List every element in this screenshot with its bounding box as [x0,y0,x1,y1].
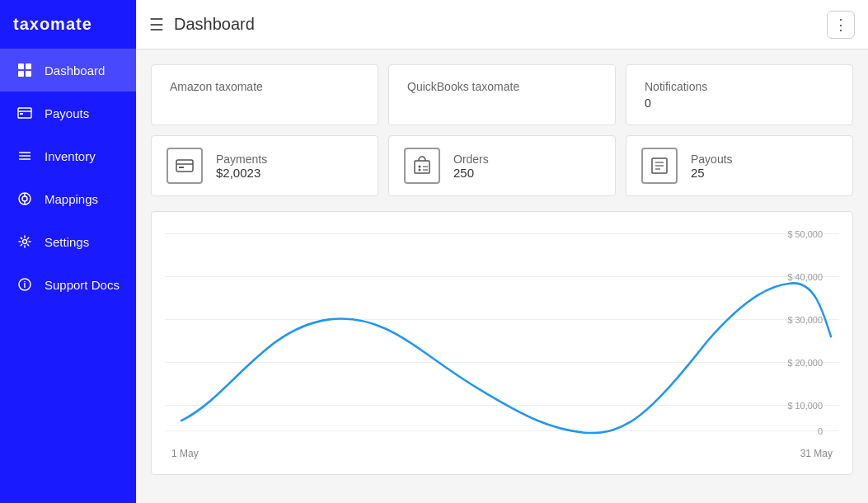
dashboard-icon [16,62,33,78]
payouts-icon [641,148,678,184]
svg-rect-0 [18,63,24,69]
orders-info: Orders 250 [453,153,489,180]
support-docs-icon: i [16,276,33,293]
svg-text:$ 20,000: $ 20,000 [787,357,823,367]
notifications-value: 0 [645,96,834,110]
sidebar-item-inventory[interactable]: Inventory [0,134,136,177]
chart-x-end: 31 May [800,448,833,459]
svg-text:$ 40,000: $ 40,000 [787,271,823,281]
payments-info: Payments $2,0023 [216,153,267,180]
svg-rect-3 [26,71,31,77]
svg-point-11 [22,196,27,201]
chart-svg: $ 50,000 $ 40,000 $ 30,000 $ 20,000 $ 10… [165,225,839,440]
svg-text:$ 10,000: $ 10,000 [787,400,823,410]
svg-text:0: 0 [818,426,823,436]
svg-point-21 [419,166,421,168]
mappings-icon [16,190,33,207]
sidebar-item-mappings[interactable]: Mappings [0,177,136,220]
more-options-button[interactable]: ⋮ [827,11,855,39]
svg-text:$ 50,000: $ 50,000 [787,228,823,238]
sidebar-item-payouts[interactable]: Payouts [0,92,136,134]
sidebar-item-support-docs[interactable]: i Support Docs [0,263,136,306]
chart-x-start: 1 May [171,448,199,459]
orders-icon [404,148,440,184]
orders-card: Orders 250 [388,135,616,196]
notifications-card: Notifications 0 [626,64,853,125]
orders-title: Orders [453,153,489,166]
payments-title: Payments [216,153,267,166]
settings-icon [16,233,33,250]
payments-icon [167,148,203,184]
menu-icon[interactable]: ☰ [149,15,164,35]
quickbooks-taxomate-title: QuickBooks taxomate [407,80,597,93]
svg-rect-2 [18,71,24,77]
payouts-icon [16,105,33,121]
amazon-taxomate-title: Amazon taxomate [170,80,359,93]
sidebar-inventory-label: Inventory [45,149,96,163]
payments-card: Payments $2,0023 [151,135,378,196]
notifications-title: Notifications [645,80,834,93]
svg-text:$ 30,000: $ 30,000 [787,314,823,324]
svg-point-23 [419,169,421,172]
svg-rect-4 [18,108,31,118]
svg-text:i: i [24,280,26,289]
chart-container: $ 50,000 $ 40,000 $ 30,000 $ 20,000 $ 10… [151,211,853,475]
main-content: ☰ Dashboard ⋮ Amazon taxomate QuickBooks… [136,0,868,503]
stats-top-row: Amazon taxomate QuickBooks taxomate Noti… [151,64,853,125]
sidebar-item-dashboard[interactable]: Dashboard [0,49,136,92]
svg-point-14 [23,240,27,244]
chart-x-labels: 1 May 31 May [165,443,839,459]
payouts-title: Payouts [691,153,733,166]
sidebar-settings-label: Settings [45,235,89,249]
inventory-icon [16,148,33,164]
payouts-value: 25 [691,166,733,180]
payouts-card: Payouts 25 [626,135,853,196]
quickbooks-taxomate-card: QuickBooks taxomate [388,64,616,125]
svg-rect-19 [179,167,184,168]
sidebar-item-settings[interactable]: Settings [0,220,136,263]
payments-value: $2,0023 [216,166,267,180]
page-title: Dashboard [174,15,255,34]
svg-rect-17 [176,160,193,172]
header-left: ☰ Dashboard [149,15,255,35]
header: ☰ Dashboard ⋮ [136,0,868,49]
svg-rect-6 [20,113,23,115]
sidebar-dashboard-label: Dashboard [45,63,105,78]
orders-value: 250 [453,166,489,180]
amazon-taxomate-card: Amazon taxomate [151,64,378,125]
sidebar: taxomate Dashboard Payouts [0,0,136,503]
stats-bottom-row: Payments $2,0023 Orders [151,135,853,196]
sidebar-support-label: Support Docs [45,278,120,292]
svg-rect-1 [26,63,31,69]
content-area: Amazon taxomate QuickBooks taxomate Noti… [136,49,868,503]
app-logo: taxomate [0,0,136,49]
payouts-info: Payouts 25 [691,153,733,180]
sidebar-mappings-label: Mappings [45,192,98,206]
sidebar-payouts-label: Payouts [45,106,89,120]
